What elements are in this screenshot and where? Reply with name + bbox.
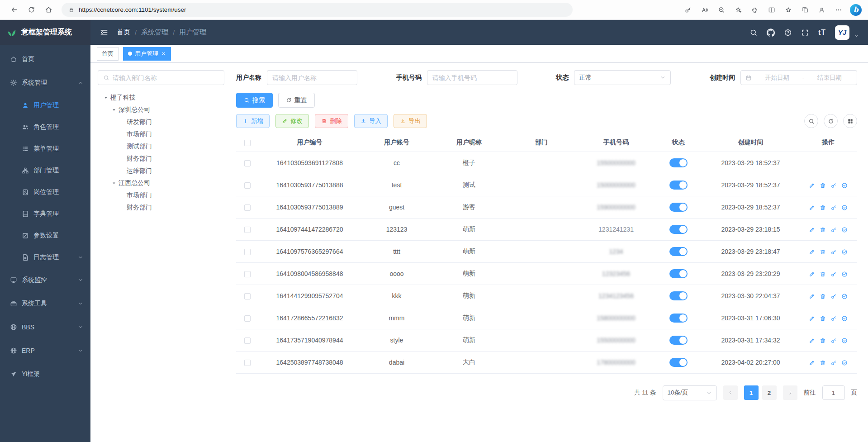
status-toggle[interactable] <box>669 291 688 300</box>
sidebar-item-erp[interactable]: ERP <box>0 339 90 362</box>
read-aloud-icon[interactable] <box>697 3 711 17</box>
status-toggle[interactable] <box>669 181 688 190</box>
edit-button[interactable]: 修改 <box>275 114 309 128</box>
caret-down-icon[interactable] <box>109 107 119 113</box>
tab-user-management[interactable]: 用户管理 <box>123 47 171 61</box>
copilot-icon[interactable]: b <box>850 4 862 16</box>
row-checkbox[interactable] <box>244 337 251 344</box>
row-checkbox[interactable] <box>244 227 251 233</box>
collections-icon[interactable] <box>798 3 812 17</box>
split-screen-icon[interactable] <box>764 3 778 17</box>
user-avatar[interactable]: YJ <box>835 25 849 40</box>
status-select[interactable]: 正常 <box>574 70 671 85</box>
browser-profile-avatar[interactable] <box>815 3 829 17</box>
edit-icon[interactable] <box>809 249 815 255</box>
tree-node[interactable]: 市场部门 <box>98 189 224 201</box>
status-toggle[interactable] <box>669 269 688 278</box>
prev-page-button[interactable] <box>723 385 738 400</box>
reset-password-icon[interactable] <box>830 271 837 277</box>
site-info-lock-icon[interactable] <box>68 7 75 13</box>
browser-refresh-icon[interactable] <box>24 2 39 18</box>
breadcrumb-system[interactable]: 系统管理 <box>141 28 168 37</box>
delete-icon[interactable] <box>820 182 826 189</box>
reset-password-icon[interactable] <box>830 249 837 255</box>
sidebar-item-post-management[interactable]: 岗位管理 <box>0 181 90 203</box>
select-all-checkbox[interactable] <box>244 140 251 146</box>
font-size-icon[interactable]: tT <box>818 29 826 37</box>
add-button[interactable]: 新增 <box>236 114 270 128</box>
edit-icon[interactable] <box>809 204 815 211</box>
tree-node[interactable]: 江西总公司 <box>98 177 224 189</box>
reset-password-icon[interactable] <box>830 204 837 211</box>
edit-icon[interactable] <box>809 271 815 277</box>
header-search-icon[interactable] <box>749 29 758 37</box>
sidebar-item-param-settings[interactable]: 参数设置 <box>0 225 90 247</box>
tree-node[interactable]: 市场部门 <box>98 128 224 140</box>
status-toggle[interactable] <box>669 247 688 256</box>
delete-icon[interactable] <box>820 293 826 299</box>
sidebar-item-log-management[interactable]: 日志管理 <box>0 247 90 268</box>
tree-node[interactable]: 研发部门 <box>98 116 224 128</box>
assign-role-icon[interactable] <box>841 204 848 211</box>
edit-icon[interactable] <box>809 337 815 344</box>
sidebar-item-user-management[interactable]: 用户管理 <box>0 95 90 116</box>
reset-password-icon[interactable] <box>830 227 837 233</box>
page-size-select[interactable]: 10条/页 <box>663 385 717 400</box>
tab-home[interactable]: 首页 <box>97 47 119 61</box>
edit-icon[interactable] <box>809 315 815 322</box>
end-date-input[interactable] <box>807 74 852 81</box>
assign-role-icon[interactable] <box>841 360 848 366</box>
assign-role-icon[interactable] <box>841 293 848 299</box>
breadcrumb-home[interactable]: 首页 <box>117 28 130 37</box>
edit-icon[interactable] <box>809 360 815 366</box>
browser-back-icon[interactable] <box>6 2 22 18</box>
browser-more-icon[interactable] <box>831 3 845 17</box>
assign-role-icon[interactable] <box>841 227 848 233</box>
reset-password-icon[interactable] <box>830 315 837 322</box>
sidebar-item-system-management[interactable]: 系统管理 <box>0 71 90 95</box>
browser-home-icon[interactable] <box>41 2 56 18</box>
sidebar-item-role-management[interactable]: 角色管理 <box>0 116 90 138</box>
reset-password-icon[interactable] <box>830 360 837 366</box>
tree-node[interactable]: 测试部门 <box>98 140 224 152</box>
avatar-caret-icon[interactable] <box>854 33 859 38</box>
date-range-picker[interactable]: - <box>740 70 857 85</box>
delete-button[interactable]: 删除 <box>315 114 348 128</box>
row-checkbox[interactable] <box>244 249 251 255</box>
add-favorite-icon[interactable] <box>731 3 745 17</box>
row-checkbox[interactable] <box>244 160 251 166</box>
row-checkbox[interactable] <box>244 315 251 322</box>
caret-down-icon[interactable] <box>109 181 119 186</box>
status-toggle[interactable] <box>669 336 688 345</box>
address-bar[interactable]: https://ccnetcore.com:1101/system/user <box>62 3 573 17</box>
sidebar-item-bbs[interactable]: BBS <box>0 315 90 339</box>
toggle-search-button[interactable] <box>804 114 818 128</box>
next-page-button[interactable] <box>783 385 797 400</box>
username-input[interactable] <box>272 74 352 81</box>
favorites-icon[interactable] <box>781 3 795 17</box>
tree-node[interactable]: 橙子科技 <box>98 91 224 104</box>
zoom-icon[interactable] <box>714 3 728 17</box>
reset-password-icon[interactable] <box>830 337 837 344</box>
status-toggle[interactable] <box>669 203 688 212</box>
help-icon[interactable] <box>784 29 792 37</box>
assign-role-icon[interactable] <box>841 249 848 255</box>
tree-node[interactable]: 深圳总公司 <box>98 104 224 116</box>
delete-icon[interactable] <box>820 271 826 277</box>
row-checkbox[interactable] <box>244 271 251 277</box>
import-button[interactable]: 导入 <box>354 114 388 128</box>
row-checkbox[interactable] <box>244 293 251 299</box>
reset-password-icon[interactable] <box>830 182 837 189</box>
menu-fold-icon[interactable] <box>100 28 109 37</box>
row-checkbox[interactable] <box>244 360 251 366</box>
delete-icon[interactable] <box>820 249 826 255</box>
dept-search-input[interactable] <box>113 74 219 81</box>
search-button[interactable]: 搜索 <box>236 93 273 108</box>
extensions-icon[interactable] <box>748 3 762 17</box>
edit-icon[interactable] <box>809 227 815 233</box>
delete-icon[interactable] <box>820 337 826 344</box>
status-toggle[interactable] <box>669 225 688 234</box>
reset-password-icon[interactable] <box>830 293 837 299</box>
delete-icon[interactable] <box>820 360 826 366</box>
delete-icon[interactable] <box>820 315 826 322</box>
